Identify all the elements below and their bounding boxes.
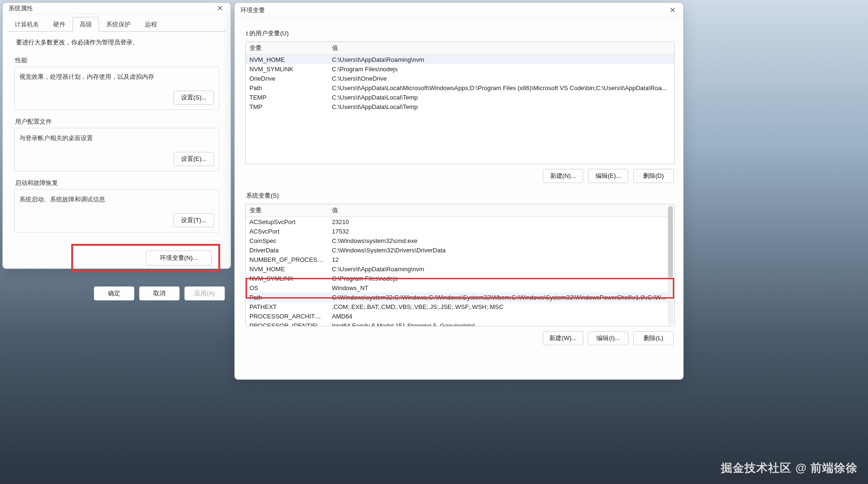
scrollbar-thumb[interactable] — [668, 206, 673, 278]
window-title: 环境变量 — [240, 6, 265, 15]
group-performance: 性能 视觉效果，处理器计划，内存使用，以及虚拟内存 设置(S)... — [14, 56, 219, 110]
table-row[interactable]: TEMPC:\Users\t\AppData\Local\Temp — [246, 92, 674, 102]
user-delete-button[interactable]: 删除(D) — [633, 169, 674, 183]
table-row[interactable]: NVM_SYMLINKC:\Program Files\nodejs — [246, 274, 674, 283]
user-vars-list[interactable]: 变量 值 NVM_HOMEC:\Users\t\AppData\Roaming\… — [245, 42, 675, 164]
group-desc: 视觉效果，处理器计划，内存使用，以及虚拟内存 — [19, 73, 214, 81]
env-vars-highlight: 环境变量(N)... — [71, 244, 220, 272]
sys-delete-button[interactable]: 删除(L) — [633, 331, 674, 345]
tab-2[interactable]: 高级 — [73, 17, 99, 32]
table-row[interactable]: OneDriveC:\Users\t\OneDrive — [246, 74, 674, 83]
tab-4[interactable]: 远程 — [138, 17, 164, 32]
close-icon[interactable]: ✕ — [213, 3, 227, 14]
sys-new-button[interactable]: 新建(W)... — [543, 331, 583, 345]
group-desc: 与登录帐户相关的桌面设置 — [19, 134, 214, 142]
tab-3[interactable]: 系统保护 — [99, 17, 138, 32]
settings-profile-button[interactable]: 设置(E)... — [174, 152, 214, 166]
col-value[interactable]: 值 — [328, 42, 674, 54]
table-row[interactable]: PathC:\Windows\system32;C:\Windows;C:\Wi… — [246, 292, 674, 302]
table-row[interactable]: NVM_HOMEC:\Users\t\AppData\Roaming\nvm — [246, 55, 674, 64]
list-header: 变量 值 — [246, 204, 674, 217]
table-row[interactable]: NVM_HOMEC:\Users\t\AppData\Roaming\nvm — [246, 264, 674, 274]
group-user-profile: 用户配置文件 与登录帐户相关的桌面设置 设置(E)... — [14, 117, 219, 171]
admin-note: 要进行大多数更改，你必须作为管理员登录。 — [16, 38, 220, 47]
cell-name: TMP — [246, 101, 328, 112]
cell-name: PROCESSOR_IDENTIFIER — [246, 320, 328, 327]
table-row[interactable]: TMPC:\Users\t\AppData\Local\Temp — [246, 102, 674, 111]
system-vars-buttons: 新建(W)... 编辑(I)... 删除(L) — [245, 331, 674, 345]
cell-value: C:\Users\t\AppData\Local\Temp — [328, 101, 674, 112]
group-title: 用户配置文件 — [14, 117, 219, 126]
table-row[interactable]: PROCESSOR_ARCHITECTUREAMD64 — [246, 311, 674, 321]
cancel-button[interactable]: 取消 — [139, 286, 180, 300]
tab-advanced-body: 要进行大多数更改，你必须作为管理员登录。 性能 视觉效果，处理器计划，内存使用，… — [8, 31, 226, 277]
system-vars-list[interactable]: 变量 值 ACSetupSvcPort23210ACSvcPort17532Co… — [245, 204, 675, 326]
sys-edit-button[interactable]: 编辑(I)... — [588, 331, 628, 345]
col-variable[interactable]: 变量 — [246, 204, 328, 217]
environment-variables-button[interactable]: 环境变量(N)... — [146, 250, 212, 266]
table-row[interactable]: PROCESSOR_IDENTIFIERIntel64 Family 6 Mod… — [246, 321, 674, 326]
user-vars-label: t 的用户变量(U) — [246, 29, 675, 38]
settings-startup-button[interactable]: 设置(T)... — [174, 213, 214, 227]
ok-button[interactable]: 确定 — [94, 286, 134, 300]
titlebar[interactable]: 环境变量 ✕ — [235, 3, 683, 18]
table-row[interactable]: PATHEXT.COM;.EXE;.BAT;.CMD;.VBS;.VBE;.JS… — [246, 302, 674, 311]
col-variable[interactable]: 变量 — [246, 42, 328, 54]
apply-button[interactable]: 应用(A) — [184, 286, 225, 300]
col-value[interactable]: 值 — [328, 204, 674, 217]
table-row[interactable]: DriverDataC:\Windows\System32\Drivers\Dr… — [246, 245, 674, 255]
table-row[interactable]: PathC:\Users\t\AppData\Local\Microsoft\W… — [246, 83, 674, 92]
list-header: 变量 值 — [246, 42, 674, 55]
close-icon[interactable]: ✕ — [666, 5, 679, 16]
system-vars-label: 系统变量(S) — [246, 192, 675, 200]
group-title: 性能 — [14, 56, 219, 65]
user-edit-button[interactable]: 编辑(E)... — [588, 169, 628, 183]
tab-0[interactable]: 计算机名 — [8, 17, 46, 32]
table-row[interactable]: ACSvcPort17532 — [246, 226, 674, 236]
tabs: 计算机名硬件高级系统保护远程 — [3, 14, 231, 32]
window-title: 系统属性 — [8, 4, 33, 13]
tab-1[interactable]: 硬件 — [46, 17, 73, 32]
system-properties-dialog: 系统属性 ✕ 计算机名硬件高级系统保护远程 要进行大多数更改，你必须作为管理员登… — [2, 2, 231, 269]
table-row[interactable]: ComSpecC:\Windows\system32\cmd.exe — [246, 236, 674, 245]
environment-variables-dialog: 环境变量 ✕ t 的用户变量(U) 变量 值 NVM_HOMEC:\Users\… — [234, 2, 684, 380]
table-row[interactable]: NVM_SYMLINKC:\Program Files\nodejs — [246, 64, 674, 74]
watermark: 掘金技术社区 @ 前端徐徐 — [721, 460, 858, 476]
table-row[interactable]: OSWindows_NT — [246, 283, 674, 292]
group-desc: 系统启动、系统故障和调试信息 — [19, 195, 214, 204]
user-vars-buttons: 新建(N)... 编辑(E)... 删除(D) — [245, 169, 674, 183]
table-row[interactable]: NUMBER_OF_PROCESSORS12 — [246, 255, 674, 264]
scrollbar[interactable] — [668, 205, 673, 325]
dialog-footer: 确定 取消 应用(A) — [3, 282, 231, 307]
group-title: 启动和故障恢复 — [14, 179, 219, 187]
cell-value: Intel64 Family 6 Model 151 Stepping 5, G… — [328, 320, 674, 327]
titlebar[interactable]: 系统属性 ✕ — [3, 3, 231, 14]
settings-performance-button[interactable]: 设置(S)... — [174, 91, 214, 105]
group-startup-recovery: 启动和故障恢复 系统启动、系统故障和调试信息 设置(T)... — [14, 179, 219, 233]
user-new-button[interactable]: 新建(N)... — [543, 169, 583, 183]
table-row[interactable]: ACSetupSvcPort23210 — [246, 217, 674, 226]
